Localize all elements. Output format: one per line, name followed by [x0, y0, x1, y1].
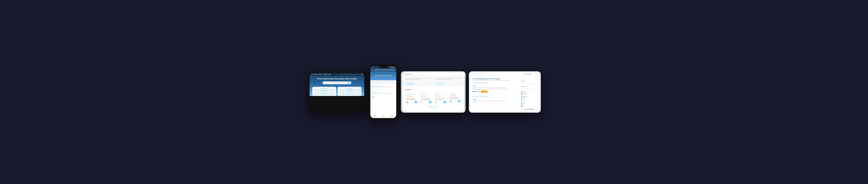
s1-nav-get-licensed[interactable]: Get Licensed [339, 74, 343, 75]
s2-renew-arrow-icon: → [382, 89, 382, 90]
s4-wish-icon[interactable]: 🔔 [534, 74, 535, 74]
s4-course-packages-checkbox[interactable]: ✓ [521, 93, 522, 94]
s2-get-licensed-title: Get Licensed [371, 92, 395, 93]
s3-more-courses-button[interactable]: MORE COURSES [428, 106, 438, 108]
s4-state-dropdown[interactable] [521, 83, 537, 85]
s2-main-search[interactable]: 🔍 How may we help you? [371, 81, 395, 84]
s1-search-bar[interactable]: Search 🔍 [323, 74, 331, 75]
s4-5hours-checkbox[interactable]: ✓ [521, 106, 522, 107]
s4-course-item-1: CE Package for Supervising Brokers 8 HOU… [472, 82, 519, 94]
s4-non-credit-option: Non-credit [521, 100, 537, 101]
s1-renew-arrow-icon: → [327, 93, 328, 94]
s3-course-4-add-button[interactable]: + [458, 100, 460, 102]
s1-continuing-ed-text: Lorem ipsum dolor sit amet, consectetur … [314, 90, 335, 92]
s2-main-search-icon: 🔍 [373, 82, 374, 83]
s4-nav-wish-me[interactable]: Wish: Me [535, 74, 538, 74]
s3-course-2-name[interactable]: Intro to Video Marketing Contracts [421, 94, 432, 96]
s2-status-icons: ▌▌▌ 📶 🔋 [391, 67, 395, 68]
s3-header: ACEABLE AGENT Login Sign Up [402, 73, 464, 76]
s4-filter-reset[interactable]: RESET [535, 79, 537, 80]
s4-page-desc: Description lorem ipsum dolor sit amet, … [472, 80, 519, 81]
s1-get-license-button[interactable]: GET YOUR LICENSE → [339, 93, 360, 94]
s3-course-card-3: TREC Course #17 Intro to Social Media Ma… [434, 92, 447, 104]
s2-account-icon [391, 116, 393, 117]
s2-renew-title: Renew Your License [371, 85, 395, 86]
s1-hero-search[interactable]: How may we help you? › [322, 82, 351, 84]
s3-logo-text: ACEABLE AGENT [406, 74, 412, 75]
s3-course-1-price: $899 [406, 102, 408, 103]
screen4-texas-ce: Get Licensed | Continuing Ed | *** ACEAB… [470, 73, 539, 111]
s3-renew-license-button[interactable]: RENEW YOUR LICENSE → [405, 83, 414, 85]
s4-breadcrumb-ce[interactable]: Continuing Education [475, 76, 482, 77]
s1-nav-blog[interactable]: Blog [354, 74, 355, 75]
s4-2hours-check: ✓ [521, 103, 522, 104]
s2-hero-image: Online Real Estate Education [370, 71, 396, 80]
s2-search-placeholder: Search [375, 69, 377, 70]
s4-course-1-add-button[interactable]: + [477, 90, 480, 93]
s4-2hours-label: 2 Hours [523, 103, 525, 104]
s4-affiliation-dropdown[interactable] [521, 89, 537, 90]
s2-tab-search[interactable]: Search [379, 116, 388, 118]
s4-content-area: Texas Continuing Education Course Packag… [472, 77, 521, 111]
s2-search-box[interactable]: Search › [374, 69, 395, 71]
s4-2hours-option: ✓ 2 Hours [521, 103, 537, 104]
s4-5hours-label: 5 Hours [523, 106, 525, 107]
s1-nav-exam-prep[interactable]: Exam Prep [349, 74, 353, 75]
s3-course-2-add-button[interactable]: + [429, 101, 431, 103]
s1-hero-search-button[interactable]: › [348, 82, 350, 84]
s1-nav-continuing-ed[interactable]: Continuing Ed [344, 74, 349, 75]
s1-renew-license-button[interactable]: RENEW YOUR LICENSE → [314, 93, 335, 94]
s3-course-3-name[interactable]: Intro to Social Media Marketing [435, 94, 446, 96]
s1-logo-text: ACEABLE AGENT [313, 74, 322, 75]
s1-nav-get-help[interactable]: Get Help [356, 74, 359, 75]
s3-course-3-add-button[interactable]: + [444, 101, 446, 103]
s4-nav-more[interactable]: *** [483, 74, 484, 74]
s4-course-1-hours: 8 HOURS [472, 86, 476, 87]
s1-user-icon[interactable] [361, 73, 363, 75]
s2-tab-account[interactable]: Account [388, 116, 396, 118]
s4-nav-continuing-ed[interactable]: Continuing Ed [477, 74, 482, 74]
s4-course-1-buy-button[interactable]: Buy Now [481, 91, 488, 93]
s3-get-arrow-icon: → [443, 84, 443, 84]
s4-course-2-includes: Courses Included: [472, 102, 519, 103]
s2-home-icon [374, 116, 375, 117]
s4-individual-courses-checkbox[interactable]: ✓ [521, 94, 522, 95]
s1-card-continuing-ed: Continuing Ed Lorem ipsum dolor sit amet… [312, 87, 336, 96]
s4-3hours-checkbox[interactable]: ✓ [521, 105, 522, 106]
s2-bottom-bar: Home Search Account [370, 115, 396, 118]
s3-get-license-button[interactable]: GET YOUR LICENSE → [436, 83, 445, 85]
s4-course-1-title[interactable]: CE Package for Supervising Brokers [472, 82, 519, 83]
s4-non-credit-label: Non-credit [523, 100, 525, 101]
s4-2hours-checkbox[interactable]: ✓ [521, 103, 522, 104]
s4-mandatory-checkbox[interactable]: ✓ [521, 97, 522, 98]
s3-logo-icon [404, 73, 406, 75]
s2-tab-home[interactable]: Home [370, 116, 379, 118]
s3-course-1-hours: 4 HOURS • MANDATORY [406, 96, 417, 97]
s3-course-1-name[interactable]: Intro to Texas Real Estate Contracts [406, 94, 417, 96]
s3-course-4-price-area: $899 $899 [450, 100, 452, 102]
s4-state-label: Select State [521, 81, 537, 82]
s4-breadcrumb-home[interactable]: Home [472, 76, 474, 77]
s3-courses-section: Courses TREC Course #117 Intro to Texas … [402, 87, 464, 110]
s3-nav-signup[interactable]: Sign Up [460, 74, 462, 74]
s3-course-3-desc: Lorem ipsum dolor sit amet, consectetur … [435, 98, 446, 100]
s3-nav-login[interactable]: Login [458, 74, 460, 74]
s1-search-placeholder: Search [324, 74, 326, 75]
s3-course-1-add-button[interactable]: + [415, 101, 417, 103]
s2-content-area: Renew Your License Lorem ipsum dolor sit… [370, 85, 396, 99]
s3-course-2-footer: $49 + [421, 101, 432, 103]
s4-nav-links: Get Licensed | Continuing Ed | *** [472, 74, 484, 74]
s4-course-1-desc: Lorem ipsum dolor sit amet, consectetur … [472, 87, 519, 88]
s4-nav-get-licensed[interactable]: Get Licensed [472, 74, 475, 74]
s4-course-item-2: CE Package for Supervising Brokers 18 HO… [472, 96, 519, 105]
s4-page-title: Texas Continuing Education Course Packag… [472, 78, 519, 80]
s4-non-credit-checkbox[interactable] [521, 100, 522, 101]
s4-course-2-title[interactable]: CE Package for Supervising Brokers [472, 96, 519, 97]
s3-course-4-name[interactable]: Intro to Video M... [450, 94, 460, 95]
s4-logo-icon [524, 73, 525, 75]
s4-mandatory-check: ✓ [521, 97, 522, 98]
s4-option-checkbox[interactable] [521, 99, 522, 100]
s2-logo-icon [371, 69, 373, 71]
s4-individual-courses-option: ✓ Individual Courses [521, 94, 537, 95]
s2-renew-link[interactable]: Intro to Texas Real Estate Contracts → [371, 89, 395, 90]
